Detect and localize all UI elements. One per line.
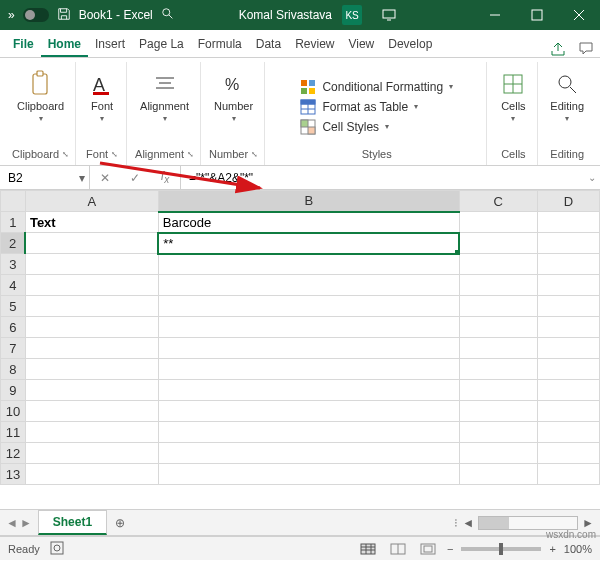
select-all-corner[interactable]: [1, 191, 26, 212]
normal-view-button[interactable]: [357, 540, 379, 558]
svg-rect-27: [308, 127, 315, 134]
alignment-button[interactable]: Alignment▾: [136, 68, 193, 125]
cells-button[interactable]: Cells▾: [495, 68, 531, 125]
enter-formula-icon[interactable]: ✓: [120, 171, 150, 185]
row-header[interactable]: 8: [1, 359, 26, 380]
svg-rect-18: [301, 88, 307, 94]
align-icon: [151, 70, 179, 98]
svg-point-0: [162, 8, 169, 15]
horizontal-scrollbar[interactable]: [478, 516, 578, 530]
tab-review[interactable]: Review: [288, 31, 341, 57]
status-ready: Ready: [8, 543, 40, 555]
zoom-out-button[interactable]: −: [447, 543, 453, 555]
chevron-right-icon[interactable]: »: [8, 8, 15, 22]
page-layout-view-button[interactable]: [387, 540, 409, 558]
zoom-slider[interactable]: [461, 547, 541, 551]
find-icon: [553, 70, 581, 98]
autosave-toggle[interactable]: [23, 8, 49, 22]
add-sheet-button[interactable]: ⊕: [107, 516, 133, 530]
font-button[interactable]: A Font▾: [84, 68, 120, 125]
format-as-table-button[interactable]: Format as Table▾: [300, 99, 418, 115]
zoom-level[interactable]: 100%: [564, 543, 592, 555]
col-header-B[interactable]: B: [158, 191, 459, 212]
svg-line-32: [570, 87, 576, 93]
paste-icon: [27, 70, 55, 98]
cell[interactable]: [459, 233, 537, 254]
title-bar: » Book1 - Excel Komal Srivastava KS: [0, 0, 600, 30]
cancel-formula-icon[interactable]: ✕: [90, 171, 120, 185]
maximize-button[interactable]: [516, 0, 558, 30]
number-button[interactable]: % Number▾: [210, 68, 257, 125]
formula-bar[interactable]: ="*"&A2&"*" ⌄: [181, 166, 600, 189]
row-header[interactable]: 9: [1, 380, 26, 401]
tab-data[interactable]: Data: [249, 31, 288, 57]
sheet-tab[interactable]: Sheet1: [38, 510, 107, 535]
clipboard-button[interactable]: Clipboard▾: [13, 68, 68, 125]
row-header[interactable]: 13: [1, 464, 26, 485]
svg-point-35: [54, 545, 60, 551]
cell[interactable]: [537, 233, 599, 254]
avatar[interactable]: KS: [342, 5, 362, 25]
worksheet[interactable]: A B C D 1 Text Barcode 2 ** 3 4 5 6 7 8 …: [0, 190, 600, 510]
editing-button[interactable]: Editing▾: [546, 68, 588, 125]
macro-record-icon[interactable]: [50, 541, 64, 557]
close-button[interactable]: [558, 0, 600, 30]
expand-formula-icon[interactable]: ⌄: [588, 172, 596, 183]
scroll-left-button[interactable]: ◄: [462, 516, 474, 530]
cell[interactable]: Barcode: [158, 212, 459, 233]
col-header-A[interactable]: A: [25, 191, 158, 212]
row-header[interactable]: 11: [1, 422, 26, 443]
row-header[interactable]: 10: [1, 401, 26, 422]
svg-point-31: [559, 76, 571, 88]
chevron-down-icon[interactable]: ▾: [79, 171, 85, 185]
svg-rect-24: [301, 100, 315, 104]
svg-line-1: [169, 14, 173, 18]
page-break-view-button[interactable]: [417, 540, 439, 558]
row-header[interactable]: 7: [1, 338, 26, 359]
comments-button[interactable]: [572, 41, 600, 57]
cell-styles-button[interactable]: Cell Styles▾: [300, 119, 389, 135]
tab-file[interactable]: File: [6, 31, 41, 57]
cell[interactable]: [537, 212, 599, 233]
user-name[interactable]: Komal Srivastava: [239, 8, 332, 22]
group-styles: Conditional Formatting▾ Format as Table▾…: [267, 62, 487, 165]
next-sheet-button[interactable]: ►: [20, 516, 32, 530]
conditional-formatting-button[interactable]: Conditional Formatting▾: [300, 79, 453, 95]
sheet-tab-bar: ◄ ► Sheet1 ⊕ ⁝ ◄ ►: [0, 510, 600, 536]
name-box[interactable]: B2 ▾: [0, 166, 90, 189]
row-header[interactable]: 12: [1, 443, 26, 464]
tab-view[interactable]: View: [341, 31, 381, 57]
search-icon[interactable]: [161, 7, 175, 24]
col-header-C[interactable]: C: [459, 191, 537, 212]
row-header[interactable]: 6: [1, 317, 26, 338]
cell-selected[interactable]: **: [158, 233, 459, 254]
svg-rect-44: [424, 546, 432, 552]
prev-sheet-button[interactable]: ◄: [6, 516, 18, 530]
display-options-icon[interactable]: [368, 0, 410, 30]
svg-rect-11: [93, 92, 109, 95]
minimize-button[interactable]: [474, 0, 516, 30]
share-button[interactable]: [544, 41, 572, 57]
cell[interactable]: [25, 233, 158, 254]
cell[interactable]: Text: [25, 212, 158, 233]
row-header[interactable]: 1: [1, 212, 26, 233]
status-bar: Ready − + 100%: [0, 536, 600, 560]
tab-developer[interactable]: Develop: [381, 31, 439, 57]
cell[interactable]: [459, 212, 537, 233]
svg-rect-5: [532, 10, 542, 20]
cells-icon: [499, 70, 527, 98]
save-icon[interactable]: [57, 7, 71, 24]
tab-home[interactable]: Home: [41, 31, 88, 57]
zoom-in-button[interactable]: +: [549, 543, 555, 555]
tab-insert[interactable]: Insert: [88, 31, 132, 57]
row-header[interactable]: 5: [1, 296, 26, 317]
fx-icon[interactable]: fx: [150, 169, 180, 185]
row-header[interactable]: 2: [1, 233, 26, 254]
row-header[interactable]: 3: [1, 254, 26, 275]
tab-formulas[interactable]: Formula: [191, 31, 249, 57]
tab-page-layout[interactable]: Page La: [132, 31, 191, 57]
scroll-right-button[interactable]: ►: [582, 516, 594, 530]
col-header-D[interactable]: D: [537, 191, 599, 212]
cond-format-icon: [300, 79, 316, 95]
row-header[interactable]: 4: [1, 275, 26, 296]
